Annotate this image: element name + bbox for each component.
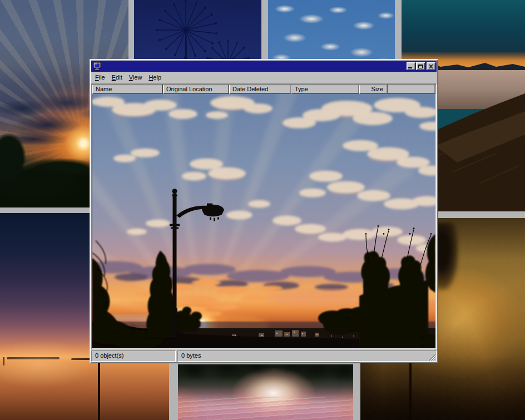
photo-tile-water-reflection — [178, 364, 353, 420]
recycle-bin-window: File Edit View Help Name Original Locati… — [90, 59, 438, 363]
status-bar: 0 object(s) 0 bytes — [91, 349, 437, 362]
distant-shore — [7, 357, 60, 359]
maximize-button[interactable] — [416, 62, 425, 70]
menu-view[interactable]: View — [126, 73, 146, 82]
minimize-icon — [408, 67, 412, 68]
column-header-type[interactable]: Type — [291, 85, 359, 94]
menu-help[interactable]: Help — [145, 73, 165, 82]
menu-edit[interactable]: Edit — [108, 73, 126, 82]
menu-bar: File Edit View Help — [91, 72, 437, 83]
column-header-row: Name Original Location Date Deleted Type… — [92, 85, 435, 94]
close-icon — [429, 65, 433, 68]
column-header-original-location[interactable]: Original Location — [163, 85, 229, 94]
sunset-streetlamp-photo — [92, 94, 435, 348]
column-header-stub[interactable] — [388, 85, 435, 94]
close-button[interactable] — [427, 62, 435, 70]
title-bar[interactable] — [91, 61, 437, 72]
status-object-count: 0 object(s) — [91, 350, 176, 362]
pole-silhouette — [3, 357, 4, 365]
column-header-size[interactable]: Size — [359, 85, 388, 94]
resize-grip-icon[interactable] — [429, 354, 436, 361]
minimize-button[interactable] — [407, 62, 415, 70]
tree-reflection — [178, 364, 353, 393]
desktop: { "window": { "title": "", "window_icon"… — [0, 0, 525, 420]
sunset-scene — [92, 94, 435, 348]
pole-silhouette — [98, 359, 100, 420]
maximize-icon — [418, 65, 423, 68]
menu-file[interactable]: File — [92, 73, 108, 82]
column-header-date-deleted[interactable]: Date Deleted — [229, 85, 291, 94]
column-header-name[interactable]: Name — [92, 85, 163, 94]
status-byte-count: 0 bytes — [177, 350, 437, 362]
file-list-view[interactable]: Name Original Location Date Deleted Type… — [91, 83, 437, 349]
pole-silhouette — [409, 357, 412, 420]
computer-icon[interactable] — [93, 62, 102, 71]
